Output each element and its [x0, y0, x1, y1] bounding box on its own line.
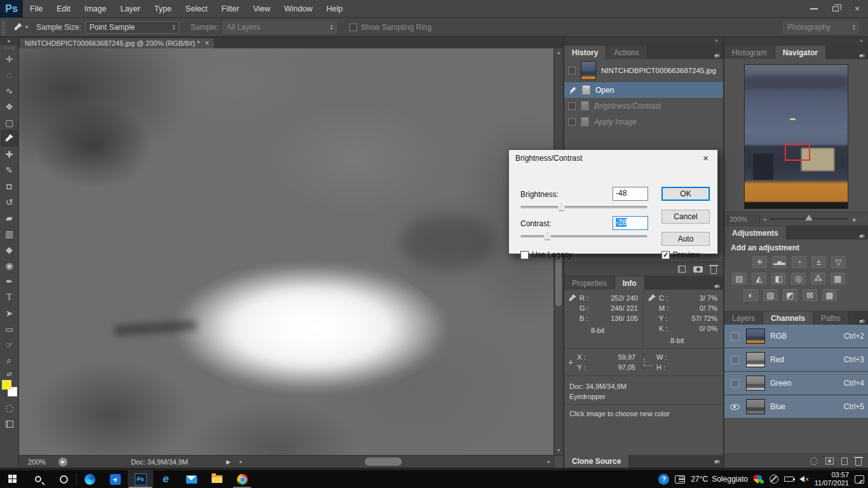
panel-menu-icon[interactable]: ▾≡ — [858, 52, 864, 59]
new-snapshot-icon[interactable] — [693, 266, 703, 273]
brightness-slider[interactable] — [520, 206, 648, 208]
history-source-checkbox[interactable] — [568, 67, 576, 74]
tab-histogram[interactable]: Histogram — [724, 46, 775, 59]
sample-size-dropdown[interactable]: Point Sample ▴▾ — [85, 21, 179, 34]
tool-preset-picker[interactable]: ▾ — [10, 21, 32, 33]
curves-adjustment-icon[interactable]: ◔ — [792, 256, 806, 268]
tab-properties[interactable]: Properties — [564, 276, 615, 290]
menu-filter[interactable]: Filter — [215, 0, 247, 18]
photoshop-taskbar-button[interactable]: Ps — [128, 470, 153, 488]
clock[interactable]: 03:57 11/07/2021 — [815, 471, 849, 487]
internet-explorer-button[interactable]: e — [153, 470, 179, 488]
hand-tool[interactable]: ☞ — [1, 337, 18, 353]
volume-muted-icon[interactable]: × — [799, 476, 809, 483]
cancel-button[interactable]: Cancel — [661, 210, 710, 224]
eyedropper-tool[interactable] — [1, 130, 18, 146]
preview-checkbox[interactable]: ✓ Preview — [661, 250, 700, 259]
zoom-out-icon[interactable]: ▴ — [764, 217, 766, 222]
toolbar-collapse-icon[interactable]: ▸ — [0, 37, 18, 45]
foreground-color-swatch[interactable] — [2, 380, 11, 390]
visibility-toggle[interactable] — [731, 356, 739, 364]
dialog-title-bar[interactable]: Brightness/Contrast × — [509, 150, 717, 166]
tab-actions[interactable]: Actions — [606, 46, 647, 59]
resize-grip-icon[interactable]: ⋰ — [860, 216, 865, 222]
marquee-tool[interactable]: ◌ — [1, 67, 18, 83]
scroll-left-icon[interactable]: ◂ — [236, 459, 245, 464]
brightness-contrast-adjustment-icon[interactable]: ☀ — [752, 256, 767, 268]
tab-clone-source[interactable]: Clone Source — [564, 455, 629, 468]
tab-paths[interactable]: Paths — [813, 311, 849, 325]
vibrance-adjustment-icon[interactable]: ▽ — [831, 256, 846, 268]
zoom-tool[interactable]: ⌕ — [1, 353, 18, 369]
cortana-button[interactable] — [51, 470, 76, 488]
eye-icon[interactable] — [730, 404, 740, 410]
channel-row-blue[interactable]: Blue Ctrl+5 — [724, 395, 868, 419]
status-zoom-level[interactable]: 200% — [19, 458, 52, 466]
dodge-tool[interactable]: ◉ — [1, 257, 18, 273]
channel-row-green[interactable]: Green Ctrl+4 — [724, 372, 868, 395]
network-icon[interactable] — [770, 475, 778, 484]
tab-navigator[interactable]: Navigator — [775, 46, 826, 59]
color-lookup-adjustment-icon[interactable]: ▦ — [831, 273, 845, 285]
navigator-view-rectangle[interactable] — [785, 144, 810, 161]
eyedropper-icon[interactable] — [648, 294, 656, 302]
levels-adjustment-icon[interactable]: ▂▅▃ — [772, 256, 787, 268]
selective-color-adjustment-icon[interactable]: ▩ — [822, 289, 837, 301]
document-tab[interactable]: NINTCHDBPICT000663687245.jpg @ 200% (RGB… — [19, 37, 215, 48]
chrome-button[interactable] — [229, 470, 255, 488]
tab-layers[interactable]: Layers — [724, 311, 763, 325]
load-selection-icon[interactable] — [810, 458, 818, 465]
eraser-tool[interactable]: ▰ — [1, 210, 18, 226]
panel-menu-icon[interactable]: ▾≡ — [714, 458, 719, 465]
scroll-down-icon[interactable]: ▾ — [557, 446, 560, 455]
menu-image[interactable]: Image — [78, 0, 114, 18]
photo-filter-adjustment-icon[interactable]: ◎ — [791, 273, 806, 285]
horizontal-scroll-thumb[interactable] — [365, 458, 402, 466]
channel-row-rgb[interactable]: RGB Ctrl+2 — [724, 325, 868, 348]
navigator-zoom-slider[interactable] — [770, 218, 849, 220]
crop-tool[interactable]: ▢ — [1, 114, 18, 130]
delete-state-icon[interactable] — [710, 267, 717, 274]
pen-tool[interactable]: ✒ — [1, 273, 18, 289]
collapse-panels-icon[interactable]: » — [564, 37, 723, 45]
brightness-slider-thumb[interactable] — [557, 203, 566, 211]
zoom-slider-thumb[interactable] — [805, 215, 813, 220]
minimize-button[interactable] — [803, 0, 825, 18]
menu-file[interactable]: File — [23, 0, 50, 18]
scroll-up-icon[interactable]: ▴ — [557, 48, 560, 57]
clone-stamp-tool[interactable]: ◘ — [1, 178, 18, 194]
color-balance-adjustment-icon[interactable]: ◭ — [752, 273, 766, 285]
zoom-in-icon[interactable]: ▴ — [852, 215, 856, 223]
brightness-input[interactable]: -48 — [613, 187, 648, 201]
gradient-tool[interactable]: ▥ — [1, 226, 18, 241]
ok-button[interactable]: OK — [661, 187, 710, 201]
quick-selection-tool[interactable]: ❖ — [1, 98, 18, 114]
contrast-slider[interactable] — [520, 235, 648, 238]
posterize-adjustment-icon[interactable]: ▨ — [763, 289, 778, 301]
tab-history[interactable]: History — [564, 46, 606, 59]
dialog-close-icon[interactable]: × — [700, 152, 711, 163]
contrast-input[interactable]: -28 — [613, 216, 648, 230]
threshold-adjustment-icon[interactable]: ◩ — [783, 289, 797, 301]
close-button[interactable]: × — [846, 0, 868, 18]
contrast-slider-thumb[interactable] — [543, 233, 552, 240]
canvas[interactable] — [19, 48, 553, 455]
navigator-preview[interactable] — [744, 64, 848, 209]
delete-channel-icon[interactable] — [855, 459, 862, 466]
tab-adjustments[interactable]: Adjustments — [724, 226, 787, 240]
file-explorer-button[interactable] — [204, 470, 229, 488]
exposure-adjustment-icon[interactable]: ± — [811, 256, 826, 268]
help-icon[interactable]: ? — [658, 474, 669, 485]
gradient-map-adjustment-icon[interactable]: ⊠ — [803, 289, 817, 301]
visibility-toggle[interactable] — [731, 332, 739, 341]
menu-type[interactable]: Type — [147, 0, 179, 18]
channel-row-red[interactable]: Red Ctrl+3 — [724, 348, 868, 372]
mail-button[interactable] — [179, 470, 204, 488]
channel-mixer-adjustment-icon[interactable]: ⁂ — [811, 273, 825, 285]
start-button[interactable] — [0, 470, 25, 488]
history-brush-tool[interactable]: ↺ — [1, 194, 18, 210]
black-white-adjustment-icon[interactable]: ◧ — [771, 273, 786, 285]
weather-widget[interactable]: 27°C Soleggiato — [691, 475, 748, 484]
invert-adjustment-icon[interactable]: ◐ — [743, 289, 758, 301]
launcher-button[interactable]: ➤ — [102, 470, 128, 488]
